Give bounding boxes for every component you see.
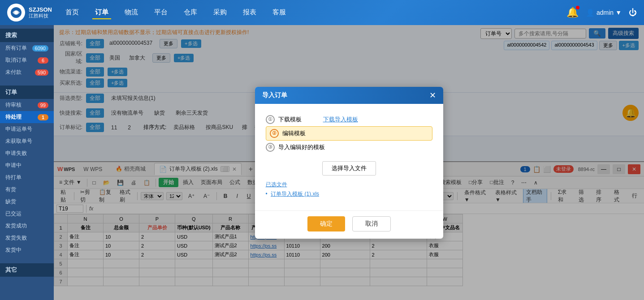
all-orders-badge: 6090: [32, 45, 48, 51]
sidebar-item-ship-failed[interactable]: 发货失败: [0, 232, 54, 244]
select-file-btn[interactable]: 选择导入文件: [322, 161, 376, 176]
step-1-label: 下载模板: [278, 116, 302, 124]
nav-home[interactable]: 首页: [63, 6, 82, 19]
sidebar-item-in-stock[interactable]: 有货: [0, 184, 54, 196]
sidebar-search-header: 搜索: [0, 29, 54, 42]
dialog-close-btn[interactable]: ✕: [429, 91, 436, 99]
nav-right: 🔔 👤 admin ▼ ⏻: [566, 7, 637, 18]
logo-area: SZJSON 江胜科技: [7, 4, 52, 21]
sidebar-item-out-of-stock[interactable]: 缺货: [0, 196, 54, 208]
notification-dot: [576, 6, 579, 9]
cancel-orders-badge: 6: [38, 57, 48, 64]
nav-items: 首页 订单 物流 平台 仓库 采购 报表 客服: [63, 6, 566, 19]
sidebar-item-no-waybill[interactable]: 未获取单号: [0, 135, 54, 147]
step-2-num: ②: [270, 129, 279, 138]
svg-point-1: [14, 11, 18, 14]
pending-process-badge: 1: [38, 114, 48, 120]
sidebar: 搜索 所有订单 6090 取消订单 6 未付款 590 订单 待审核 99 待处…: [0, 25, 54, 300]
dialog-body: ① 下载模板 下载导入模板 ② 编辑模板 ③ 导入编辑好的模板: [255, 104, 443, 210]
admin-area[interactable]: 👤 admin ▼: [586, 9, 622, 17]
nav-logistics[interactable]: 物流: [122, 6, 141, 19]
notification-bell[interactable]: 🔔: [566, 7, 579, 18]
nav-purchase[interactable]: 采购: [211, 6, 229, 19]
step-2[interactable]: ② 编辑模板: [266, 126, 432, 141]
selected-file-area: 已选文件 • 订单导入模板 (1).xls: [266, 181, 432, 198]
unpaid-badge: 590: [35, 69, 48, 76]
step-2-label: 编辑模板: [282, 129, 306, 137]
sidebar-item-applying[interactable]: 申请中: [0, 159, 54, 171]
logo-icon: [7, 4, 25, 21]
sidebar-item-apply-failed[interactable]: 申请失败: [0, 147, 54, 159]
step-1-num: ①: [266, 115, 275, 124]
logo-text: SZJSON 江胜科技: [29, 6, 52, 19]
pending-review-badge: 99: [38, 102, 48, 108]
sidebar-item-apply-waybill[interactable]: 申请运单号: [0, 123, 54, 135]
power-icon[interactable]: ⏻: [629, 8, 637, 17]
nav-report[interactable]: 报表: [240, 6, 259, 19]
top-nav: SZJSON 江胜科技 首页 订单 物流 平台 仓库 采购 报表 客服 🔔 👤 …: [0, 0, 644, 25]
cancel-btn[interactable]: 取消: [352, 216, 391, 231]
import-dialog: 导入订单 ✕ ① 下载模板 下载导入模板 ② 编辑模板: [255, 87, 443, 239]
sidebar-item-pending-print[interactable]: 待打单: [0, 171, 54, 184]
step-1[interactable]: ① 下载模板 下载导入模板: [266, 113, 432, 126]
selected-file-name[interactable]: 订单导入模板 (1).xls: [271, 191, 319, 197]
content-area: 提示：过期店铺和禁用店铺数据不显示；过期店铺可直接点击进行更新授权操作! 店铺账…: [54, 25, 644, 300]
selected-files-label: 已选文件: [266, 181, 287, 188]
dialog-title: 导入订单: [262, 91, 287, 99]
sidebar-item-shipping[interactable]: 发货中: [0, 244, 54, 256]
dialog-overlay: 导入订单 ✕ ① 下载模板 下载导入模板 ② 编辑模板: [54, 25, 644, 300]
dialog-footer: 确定 取消: [255, 210, 443, 239]
sidebar-item-ship-success[interactable]: 发货成功: [0, 220, 54, 232]
bullet-icon: •: [266, 191, 268, 197]
sidebar-item-unpaid[interactable]: 未付款 590: [0, 66, 54, 78]
sidebar-item-cancel-orders[interactable]: 取消订单 6: [0, 54, 54, 66]
step-3-label: 导入编辑好的模板: [278, 143, 325, 151]
nav-order[interactable]: 订单: [92, 6, 111, 19]
sidebar-other-header: 其它: [0, 263, 54, 277]
nav-platform[interactable]: 平台: [151, 6, 170, 19]
main-layout: 搜索 所有订单 6090 取消订单 6 未付款 590 订单 待审核 99 待处…: [0, 25, 644, 300]
sidebar-item-pending-review[interactable]: 待审核 99: [0, 99, 54, 111]
dialog-steps: ① 下载模板 下载导入模板 ② 编辑模板 ③ 导入编辑好的模板: [266, 113, 432, 154]
nav-service[interactable]: 客服: [270, 6, 289, 19]
step-3-num: ③: [266, 143, 275, 152]
step-1-link[interactable]: 下载导入模板: [323, 116, 358, 124]
confirm-btn[interactable]: 确定: [307, 216, 345, 231]
sidebar-item-all-orders[interactable]: 所有订单 6090: [0, 42, 54, 54]
sidebar-item-pending-process[interactable]: 待处理 1: [0, 111, 54, 123]
nav-warehouse[interactable]: 仓库: [181, 6, 200, 19]
sidebar-item-delivered[interactable]: 已交运: [0, 208, 54, 220]
sidebar-order-header: 订单: [0, 86, 54, 99]
step-3[interactable]: ③ 导入编辑好的模板: [266, 141, 432, 154]
dialog-header: 导入订单 ✕: [255, 87, 443, 104]
